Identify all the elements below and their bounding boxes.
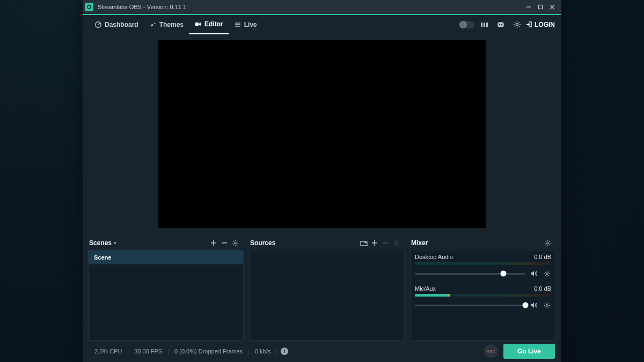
- sources-header: Sources: [249, 236, 405, 250]
- top-nav: Dashboard Themes Editor Live ☾ LOGIN: [83, 15, 561, 34]
- channel-name: Mic/Aux: [415, 285, 436, 292]
- chevron-down-icon[interactable]: ▾: [114, 240, 116, 246]
- tab-live[interactable]: Live: [229, 15, 262, 34]
- svg-rect-6: [195, 23, 199, 26]
- mixer-channel: Mic/Aux 0.0 dB: [415, 285, 551, 309]
- svg-point-25: [395, 242, 397, 243]
- cpu-stat: 2.5% CPU: [89, 348, 127, 354]
- volume-slider[interactable]: [415, 305, 525, 306]
- bitrate-stat: 0 kb/s: [250, 348, 276, 354]
- panel-title: Scenes: [89, 239, 112, 247]
- scene-item[interactable]: Scene: [89, 250, 243, 264]
- scenes-list: Scene: [88, 250, 244, 341]
- source-settings-button: [391, 238, 401, 248]
- svg-point-15: [516, 24, 518, 26]
- channel-gear-icon[interactable]: [543, 301, 551, 309]
- tab-dashboard[interactable]: Dashboard: [89, 15, 144, 34]
- mode-toggle[interactable]: ☾: [459, 21, 474, 28]
- scenes-panel: Scenes ▾ Scene: [88, 236, 244, 341]
- preview-canvas[interactable]: [158, 40, 486, 228]
- sources-list[interactable]: [249, 250, 405, 341]
- editor-icon: [194, 20, 202, 28]
- maximize-button[interactable]: [535, 1, 546, 13]
- add-source-button[interactable]: [369, 238, 380, 248]
- svg-line-5: [98, 23, 100, 25]
- scene-settings-button[interactable]: [230, 238, 240, 248]
- svg-point-28: [546, 304, 547, 306]
- fps-stat: 30.00 FPS: [129, 348, 167, 354]
- svg-rect-11: [484, 23, 485, 27]
- app-logo-icon: [85, 3, 93, 11]
- discord-icon[interactable]: [495, 19, 507, 31]
- channel-meter: [415, 262, 551, 265]
- live-icon: [234, 21, 241, 28]
- remove-scene-button[interactable]: [219, 238, 230, 248]
- panel-title: Sources: [250, 239, 275, 247]
- mixer-channel: Desktop Audio 0.0 dB: [415, 254, 551, 278]
- channel-gear-icon[interactable]: [543, 269, 551, 278]
- svg-rect-1: [539, 5, 543, 9]
- tab-label: Dashboard: [105, 21, 138, 28]
- sources-panel: Sources: [249, 236, 405, 341]
- svg-point-14: [501, 24, 502, 25]
- login-button[interactable]: LOGIN: [526, 21, 555, 28]
- svg-point-13: [499, 24, 500, 25]
- mixer-header: Mixer: [410, 236, 556, 250]
- scenes-header: Scenes ▾: [88, 236, 244, 250]
- channel-name: Desktop Audio: [415, 254, 453, 260]
- svg-point-27: [546, 272, 547, 274]
- login-icon: [526, 21, 533, 28]
- channel-db: 0.0 dB: [534, 254, 551, 260]
- add-scene-button[interactable]: [208, 238, 219, 248]
- tab-label: Live: [244, 21, 257, 28]
- studio-mode-icon[interactable]: [479, 19, 491, 31]
- tab-editor[interactable]: Editor: [189, 15, 229, 34]
- tab-themes[interactable]: Themes: [144, 15, 189, 34]
- panel-title: Mixer: [411, 239, 428, 247]
- info-icon[interactable]: i: [281, 348, 288, 355]
- tab-label: Themes: [159, 21, 184, 28]
- svg-rect-10: [481, 23, 482, 27]
- volume-slider[interactable]: [415, 273, 525, 275]
- channel-meter: [415, 294, 551, 297]
- toggle-knob-icon: ☾: [459, 21, 467, 28]
- minimize-button[interactable]: [523, 1, 535, 13]
- close-button[interactable]: [546, 1, 558, 13]
- preview-area: [83, 34, 561, 234]
- speaker-icon[interactable]: [530, 301, 538, 309]
- titlebar: Streamlabs OBS - Version: 0.11.1: [83, 0, 561, 14]
- rec-label: REC: [487, 349, 496, 354]
- mixer-panel: Mixer Desktop Audio 0.0 dB: [410, 236, 556, 341]
- svg-point-26: [546, 242, 548, 243]
- settings-icon[interactable]: [511, 19, 523, 31]
- go-live-label: Go Live: [517, 348, 541, 355]
- app-window: Streamlabs OBS - Version: 0.11.1 Dashboa…: [83, 0, 561, 362]
- mixer-body: Desktop Audio 0.0 dB Mic/A: [410, 250, 556, 341]
- scene-item-label: Scene: [94, 254, 111, 261]
- panels-row: Scenes ▾ Scene Sources: [83, 234, 561, 341]
- tab-label: Editor: [204, 20, 223, 28]
- dropped-frames-stat: 0 (0.0%) Dropped Frames: [169, 348, 248, 354]
- add-folder-button[interactable]: [358, 238, 369, 248]
- dashboard-icon: [94, 21, 102, 28]
- svg-point-19: [234, 242, 236, 243]
- status-bar: 2.5% CPU | 30.00 FPS | 0 (0.0%) Dropped …: [83, 341, 561, 362]
- svg-rect-12: [486, 23, 488, 27]
- themes-icon: [149, 21, 157, 28]
- window-title: Streamlabs OBS - Version: 0.11.1: [98, 4, 523, 10]
- record-button[interactable]: REC: [484, 344, 498, 358]
- remove-source-button: [380, 238, 391, 248]
- login-label: LOGIN: [535, 21, 555, 28]
- channel-db: 0.0 dB: [534, 285, 551, 292]
- go-live-button[interactable]: Go Live: [503, 344, 555, 359]
- speaker-icon[interactable]: [530, 269, 538, 278]
- mixer-settings-button[interactable]: [542, 238, 553, 248]
